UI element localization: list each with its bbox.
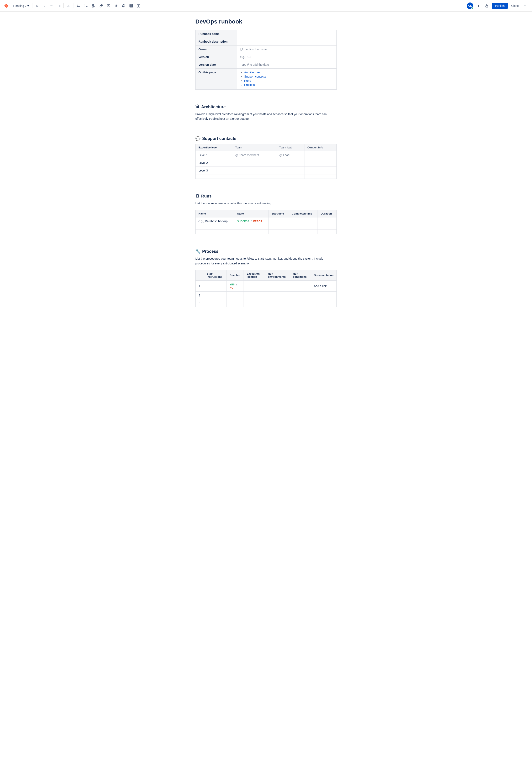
meta-value-runbook-desc[interactable] — [237, 38, 337, 46]
run-completed-2[interactable] — [289, 225, 318, 229]
col-contact-info: Contact info — [304, 144, 337, 151]
process-cond-2[interactable] — [290, 291, 311, 299]
lead-empty[interactable] — [276, 174, 304, 178]
more-options-button[interactable]: ··· — [522, 3, 529, 9]
table-row — [196, 225, 337, 229]
run-duration-1[interactable] — [318, 217, 337, 225]
architecture-heading: 🏛 Architecture — [195, 105, 337, 109]
meta-value-runbook-name[interactable] — [237, 30, 337, 38]
run-name-2[interactable] — [196, 225, 234, 229]
layout-button[interactable] — [135, 3, 142, 9]
architecture-description: Provide a high-level architectural diagr… — [195, 112, 337, 121]
run-duration-2[interactable] — [318, 225, 337, 229]
toolbar-divider-2 — [56, 3, 56, 8]
process-doc-2[interactable] — [311, 291, 337, 299]
level-1[interactable]: Level 1 — [196, 151, 232, 159]
col-run-env: Run environments — [265, 270, 290, 280]
run-state-2[interactable] — [234, 225, 269, 229]
task-button[interactable] — [90, 3, 97, 9]
heading-selector[interactable]: Heading 2 ▾ — [12, 3, 30, 8]
mention-button[interactable]: @ — [113, 3, 119, 9]
svg-point-21 — [124, 5, 124, 6]
svg-rect-1 — [78, 5, 80, 5]
process-env-2[interactable] — [265, 291, 290, 299]
process-doc-3[interactable] — [311, 299, 337, 307]
run-duration-3[interactable] — [318, 229, 337, 234]
numbered-list-button[interactable]: 1.2.3. — [83, 3, 90, 9]
run-name-3[interactable] — [196, 229, 234, 234]
avatar-badge — [471, 7, 474, 10]
process-env-1[interactable] — [265, 280, 290, 291]
process-cond-1[interactable] — [290, 280, 311, 291]
image-button[interactable] — [105, 3, 112, 9]
lead-2[interactable] — [276, 159, 304, 166]
col-enabled: Enabled — [227, 270, 244, 280]
on-this-page-link-support[interactable]: Support contacts — [244, 75, 266, 78]
lead-3[interactable] — [276, 166, 304, 174]
meta-value-version-date[interactable]: Type // to add the date — [237, 61, 337, 69]
bullet-list-button[interactable] — [75, 3, 82, 9]
runs-icon: 🗒 — [195, 194, 200, 199]
process-step-3[interactable] — [204, 299, 227, 307]
bold-button[interactable]: B — [34, 3, 41, 9]
process-row-num-3: 3 — [196, 299, 204, 307]
run-state-3[interactable] — [234, 229, 269, 234]
add-collaborator-button[interactable]: + — [475, 3, 482, 9]
link-button[interactable] — [98, 3, 105, 9]
col-state: State — [234, 210, 269, 217]
on-this-page-link-process[interactable]: Process — [244, 83, 255, 86]
run-name-1[interactable]: e.g., Database backup — [196, 217, 234, 225]
runs-heading-text: Runs — [201, 194, 211, 199]
process-cond-3[interactable] — [290, 299, 311, 307]
publish-button[interactable]: Publish — [492, 3, 508, 9]
process-exec-2[interactable] — [244, 291, 265, 299]
more-format-button[interactable]: ··· — [49, 3, 54, 9]
process-doc-1[interactable]: Add a link — [311, 280, 337, 291]
lock-button[interactable] — [483, 3, 490, 9]
meta-label-version-date: Version date — [196, 61, 237, 69]
level-3[interactable]: Level 3 — [196, 166, 232, 174]
team-1[interactable]: @ Team members — [232, 151, 276, 159]
emoji-button[interactable] — [120, 3, 127, 9]
process-step-1[interactable] — [204, 280, 227, 291]
process-section: 🔧 Process List the procedures your team … — [195, 249, 337, 307]
process-exec-3[interactable] — [244, 299, 265, 307]
process-table: Step instructions Enabled Execution loca… — [195, 270, 337, 307]
run-start-2[interactable] — [269, 225, 289, 229]
meta-value-owner[interactable]: @ mention the owner — [237, 46, 337, 53]
on-this-page-link-architecture[interactable]: Architecture — [244, 71, 260, 74]
process-env-3[interactable] — [265, 299, 290, 307]
close-button[interactable]: Close — [510, 3, 520, 9]
runs-section: 🗒 Runs List the routine operations tasks… — [195, 194, 337, 234]
col-completed-time: Completed time — [289, 210, 318, 217]
team-2[interactable] — [232, 159, 276, 166]
contact-3[interactable] — [304, 166, 337, 174]
table-button[interactable] — [128, 3, 134, 9]
insert-more-button[interactable]: + — [143, 3, 147, 9]
level-2[interactable]: Level 2 — [196, 159, 232, 166]
meta-value-version[interactable]: e.g., 2.3 — [237, 53, 337, 61]
level-empty[interactable] — [196, 174, 232, 178]
contact-2[interactable] — [304, 159, 337, 166]
process-step-2[interactable] — [204, 291, 227, 299]
process-enabled-2[interactable] — [227, 291, 244, 299]
run-start-3[interactable] — [269, 229, 289, 234]
contact-1[interactable] — [304, 151, 337, 159]
process-exec-1[interactable] — [244, 280, 265, 291]
team-empty[interactable] — [232, 174, 276, 178]
svg-rect-13 — [92, 6, 94, 7]
status-success: SUCCESS — [237, 220, 249, 223]
lead-1[interactable]: @ Lead — [276, 151, 304, 159]
process-enabled-3[interactable] — [227, 299, 244, 307]
page-title[interactable]: DevOps runbook — [195, 18, 337, 25]
contact-empty[interactable] — [304, 174, 337, 178]
italic-button[interactable]: I — [42, 3, 48, 9]
on-this-page-link-runs[interactable]: Runs — [244, 79, 251, 82]
run-completed-1[interactable] — [289, 217, 318, 225]
col-team: Team — [232, 144, 276, 151]
align-button[interactable]: ≡ — [58, 3, 62, 9]
text-color-button[interactable]: A — [65, 3, 72, 9]
run-start-1[interactable] — [269, 217, 289, 225]
run-completed-3[interactable] — [289, 229, 318, 234]
team-3[interactable] — [232, 166, 276, 174]
